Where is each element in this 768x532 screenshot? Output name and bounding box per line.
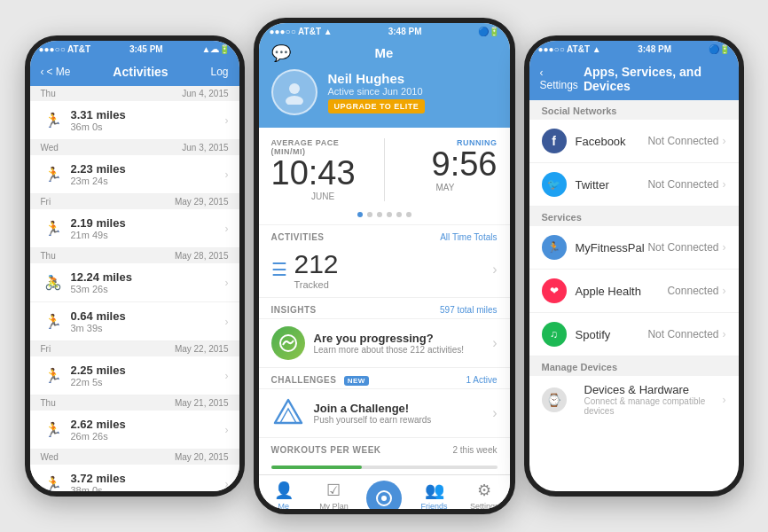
facebook-label: Facebook: [576, 135, 648, 148]
activities-section-header: ACTIVITIES All Time Totals: [259, 224, 510, 246]
plan-icon: ☑: [326, 481, 341, 500]
apple-health-logo: ❤: [542, 278, 567, 303]
avatar: [271, 69, 317, 115]
activities-card[interactable]: ☰ 212 Tracked ›: [259, 246, 510, 297]
run-icon: 🏃: [41, 421, 66, 438]
devices-hardware-item[interactable]: ⌚ Devices & Hardware Connect & manage co…: [529, 376, 739, 423]
list-item[interactable]: 🚴 12.24 miles 53m 26s ›: [30, 263, 239, 302]
myfitpal-logo: 🏃: [542, 235, 567, 260]
challenges-label: CHALLENGES NEW: [271, 375, 369, 385]
tab-friends[interactable]: 👥 Friends: [409, 475, 459, 514]
twitter-item[interactable]: 🐦 Twitter Not Connected ›: [529, 163, 739, 207]
tab-my-plan[interactable]: ☑ My Plan: [309, 475, 359, 514]
left-log-button[interactable]: Log: [210, 66, 228, 78]
new-badge: NEW: [344, 376, 369, 386]
bike-icon: 🚴: [41, 274, 66, 291]
left-nav-bar: ‹ < Me Activities Log: [30, 58, 239, 86]
chat-icon[interactable]: 💬: [271, 43, 291, 63]
date-header-thu: ThuJun 4, 2015: [30, 86, 239, 101]
left-status-bar: ●●●○○ AT&T 3:45 PM ▲☁🔋: [30, 41, 239, 58]
dot-4[interactable]: [387, 212, 392, 217]
left-icons: ▲☁🔋: [202, 44, 231, 54]
profile-name: Neil Hughes: [328, 71, 426, 86]
svg-point-1: [286, 96, 303, 105]
dot-6[interactable]: [406, 212, 411, 217]
settings-back-button[interactable]: ‹ Settings: [540, 66, 578, 91]
dot-2[interactable]: [367, 212, 372, 217]
run-icon: 🏃: [41, 313, 66, 330]
spotify-logo: ♫: [542, 322, 567, 347]
workouts-value: 2 this week: [452, 445, 497, 455]
upgrade-button[interactable]: UPGRADE TO ELITE: [328, 99, 426, 113]
date-header-thu3: ThuMay 21, 2015: [30, 395, 239, 411]
chevron-right-icon: ›: [723, 135, 726, 147]
facebook-item[interactable]: f Facebook Not Connected ›: [529, 120, 739, 163]
challenges-description: Push yourself to earn rewards: [314, 415, 493, 425]
start-button[interactable]: [366, 481, 402, 514]
run-icon: 🏃: [41, 166, 66, 183]
device-icon: ⌚: [542, 387, 567, 412]
workouts-row: WORKOUTS PER WEEK 2 this week: [259, 437, 510, 462]
device-name: Devices & Hardware: [584, 383, 723, 396]
center-carrier: ●●●○○ AT&T ▲: [270, 27, 333, 36]
pace-label: AVERAGE PACE (MIN/MI): [271, 138, 375, 156]
right-status-bar: ●●●○○ AT&T ▲ 3:48 PM 🔵🔋: [529, 41, 739, 58]
device-sub: Connect & manage compatible devices: [584, 396, 723, 416]
myfitpal-item[interactable]: 🏃 MyFitnessPal Not Connected ›: [529, 226, 739, 270]
insights-title: Are you progressing?: [314, 332, 493, 345]
chevron-right-icon: ›: [225, 478, 229, 490]
run-icon: 🏃: [41, 475, 66, 492]
all-time-totals-link[interactable]: All Time Totals: [440, 232, 497, 242]
svg-point-5: [381, 496, 387, 501]
challenges-section-header: CHALLENGES NEW 1 Active: [259, 367, 510, 388]
insights-description: Learn more about those 212 activities!: [314, 345, 493, 355]
profile-section: Neil Hughes Active since Jun 2010 UPGRAD…: [259, 69, 510, 128]
list-item[interactable]: 🏃 2.23 miles 23m 24s ›: [30, 155, 239, 194]
right-icons: 🔵🔋: [709, 44, 730, 54]
list-item[interactable]: 🏃 2.19 miles 21m 49s ›: [30, 209, 239, 248]
left-back-button[interactable]: ‹ < Me: [41, 66, 71, 78]
june-sub: JUNE: [271, 192, 375, 201]
pagination-dots: [259, 208, 510, 224]
apple-health-status: Connected: [667, 285, 718, 297]
me-icon: 👤: [274, 481, 294, 500]
chevron-right-icon: ›: [723, 328, 726, 340]
workouts-label: WORKOUTS PER WEEK: [271, 445, 381, 455]
challenges-card[interactable]: Join a Challenge! Push yourself to earn …: [259, 388, 510, 437]
right-time: 3:48 PM: [638, 44, 671, 54]
pace-divider: [384, 138, 385, 201]
insights-icon: [271, 326, 305, 360]
chevron-right-icon: ›: [492, 405, 497, 421]
insights-label: INSIGHTS: [271, 305, 317, 315]
insights-card[interactable]: Are you progressing? Learn more about th…: [259, 318, 510, 367]
list-item[interactable]: 🏃 0.64 miles 3m 39s ›: [30, 302, 239, 341]
facebook-status: Not Connected: [647, 135, 718, 147]
chevron-right-icon: ›: [225, 370, 229, 382]
date-header-fri2: FriMay 22, 2015: [30, 341, 239, 356]
tab-me[interactable]: 👤 Me: [259, 475, 310, 514]
run-icon: 🏃: [41, 367, 66, 384]
settings-nav: ‹ Settings Apps, Services, and Devices: [529, 58, 739, 100]
center-nav-title: Me: [375, 45, 394, 60]
june-pace: 10:43: [271, 156, 375, 190]
apple-health-label: Apple Health: [576, 285, 668, 298]
list-item[interactable]: 🏃 2.62 miles 26m 26s ›: [30, 411, 239, 450]
tab-start[interactable]: Start: [359, 475, 410, 514]
spotify-item[interactable]: ♫ Spotify Not Connected ›: [529, 313, 739, 356]
insights-section-header: INSIGHTS 597 total miles: [259, 297, 510, 318]
dot-3[interactable]: [377, 212, 382, 217]
bottom-nav: 👤 Me ☑ My Plan Start 👥 Friends ⚙ Setting…: [259, 474, 510, 514]
list-item[interactable]: 🏃 3.72 miles 38m 0s ›: [30, 465, 239, 497]
activities-count: 212: [294, 249, 339, 279]
activities-label: ACTIVITIES: [271, 232, 325, 242]
dot-1[interactable]: [357, 212, 363, 217]
profile-since: Active since Jun 2010: [328, 86, 426, 97]
dot-5[interactable]: [396, 212, 402, 217]
list-item[interactable]: 🏃 2.25 miles 22m 5s ›: [30, 356, 239, 395]
settings-title: Apps, Services, and Devices: [584, 65, 728, 93]
list-item[interactable]: 🏃 3.31 miles 36m 0s ›: [30, 101, 239, 140]
apple-health-item[interactable]: ❤ Apple Health Connected ›: [529, 270, 739, 313]
tab-settings[interactable]: ⚙ Settings: [459, 475, 510, 514]
mountain-icon: [271, 396, 305, 430]
chevron-right-icon: ›: [723, 285, 726, 297]
